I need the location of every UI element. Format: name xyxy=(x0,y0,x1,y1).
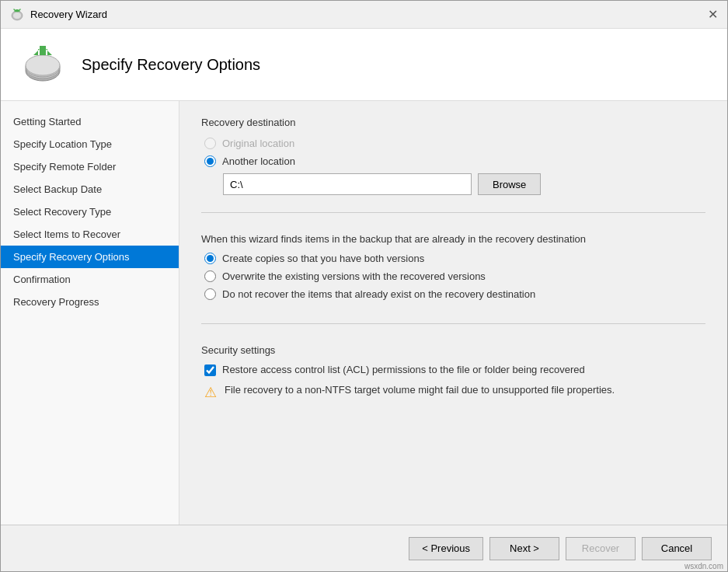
do-not-recover-row: Do not recover the items that already ex… xyxy=(201,288,705,300)
title-bar: Recovery Wizard ✕ xyxy=(1,1,727,29)
close-button[interactable]: ✕ xyxy=(708,9,718,21)
main-panel: Recovery destination Original location A… xyxy=(179,101,727,525)
another-location-radio[interactable] xyxy=(204,155,216,167)
svg-point-2 xyxy=(16,9,19,12)
svg-point-6 xyxy=(26,55,60,75)
content-area: Getting Started Specify Location Type Sp… xyxy=(1,101,727,525)
sidebar-item-specify-recovery-options[interactable]: Specify Recovery Options xyxy=(1,246,179,268)
conflict-section: When this wizard finds items in the back… xyxy=(201,233,705,306)
security-section: Security settings Restore access control… xyxy=(201,344,705,401)
svg-point-1 xyxy=(13,12,21,19)
sidebar-item-select-items-to-recover[interactable]: Select Items to Recover xyxy=(1,223,179,246)
wizard-icon xyxy=(10,8,24,22)
sidebar: Getting Started Specify Location Type Sp… xyxy=(1,101,179,525)
header-area: Specify Recovery Options xyxy=(1,29,727,101)
footer: < Previous Next > Recover Cancel xyxy=(1,525,727,571)
sidebar-item-select-recovery-type[interactable]: Select Recovery Type xyxy=(1,201,179,223)
another-location-row: Another location xyxy=(201,155,705,167)
restore-acl-checkbox[interactable] xyxy=(204,364,216,376)
recovery-destination-section: Recovery destination Original location A… xyxy=(201,117,705,195)
restore-acl-label: Restore access control list (ACL) permis… xyxy=(222,364,585,375)
conflict-description: When this wizard finds items in the back… xyxy=(201,233,705,245)
header-icon-container xyxy=(19,41,66,88)
sidebar-item-specify-remote-folder[interactable]: Specify Remote Folder xyxy=(1,155,179,178)
security-label: Security settings xyxy=(201,344,705,356)
create-copies-row: Create copies so that you have both vers… xyxy=(201,253,705,264)
original-location-row: Original location xyxy=(201,138,705,149)
original-location-radio[interactable] xyxy=(204,138,216,149)
location-input[interactable] xyxy=(223,173,472,195)
another-location-label: Another location xyxy=(222,155,295,167)
recovery-wizard-window: Recovery Wizard ✕ Specify Recovery Optio… xyxy=(0,0,728,572)
next-button[interactable]: Next > xyxy=(489,537,559,560)
do-not-recover-label: Do not recover the items that already ex… xyxy=(222,288,535,300)
browse-button[interactable]: Browse xyxy=(478,173,541,195)
overwrite-label: Overwrite the existing versions with the… xyxy=(222,270,486,282)
warning-text: File recovery to a non-NTFS target volum… xyxy=(225,384,615,396)
cancel-button[interactable]: Cancel xyxy=(642,537,712,560)
sidebar-item-confirmation[interactable]: Confirmation xyxy=(1,268,179,291)
previous-button[interactable]: < Previous xyxy=(409,537,483,560)
sidebar-item-specify-location-type[interactable]: Specify Location Type xyxy=(1,133,179,155)
do-not-recover-radio[interactable] xyxy=(204,288,216,300)
original-location-label: Original location xyxy=(222,138,294,149)
title-bar-left: Recovery Wizard xyxy=(10,8,107,22)
title-bar-title: Recovery Wizard xyxy=(30,9,107,20)
svg-rect-7 xyxy=(40,46,46,55)
create-copies-radio[interactable] xyxy=(204,253,216,264)
overwrite-radio[interactable] xyxy=(204,270,216,282)
sidebar-item-recovery-progress[interactable]: Recovery Progress xyxy=(1,291,179,313)
sidebar-item-select-backup-date[interactable]: Select Backup Date xyxy=(1,178,179,201)
page-title: Specify Recovery Options xyxy=(82,56,260,74)
location-row: Browse xyxy=(201,173,705,195)
divider-1 xyxy=(201,212,705,213)
warning-icon: ⚠ xyxy=(204,384,217,401)
restore-acl-row: Restore access control list (ACL) permis… xyxy=(201,364,705,376)
backup-icon xyxy=(19,41,66,88)
overwrite-row: Overwrite the existing versions with the… xyxy=(201,270,705,282)
warning-row: ⚠ File recovery to a non-NTFS target vol… xyxy=(201,384,705,401)
sidebar-item-getting-started[interactable]: Getting Started xyxy=(1,110,179,133)
recovery-destination-label: Recovery destination xyxy=(201,117,705,128)
recover-button[interactable]: Recover xyxy=(566,537,636,560)
divider-2 xyxy=(201,323,705,324)
create-copies-label: Create copies so that you have both vers… xyxy=(222,253,424,264)
